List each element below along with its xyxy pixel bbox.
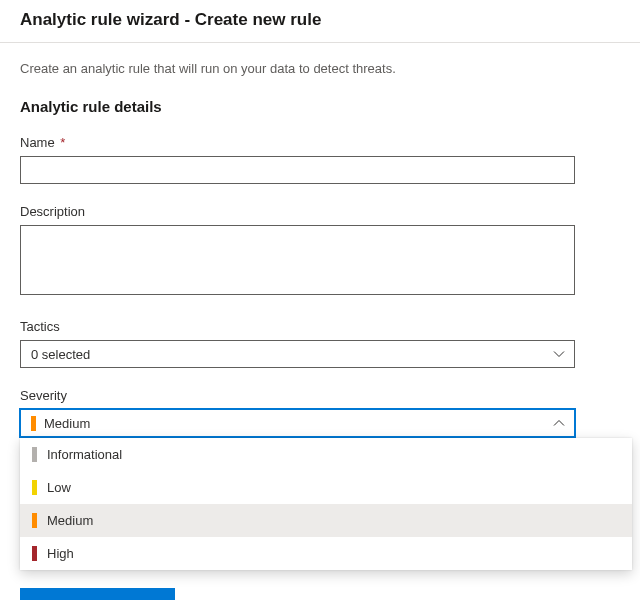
tactics-label: Tactics (20, 319, 620, 334)
description-field: Description (20, 204, 620, 299)
severity-option-medium[interactable]: Medium (20, 504, 632, 537)
name-label: Name * (20, 135, 620, 150)
severity-bar-icon (32, 513, 37, 528)
severity-option-label: High (47, 546, 74, 561)
tactics-field: Tactics 0 selected (20, 319, 620, 368)
severity-bar-icon (31, 416, 36, 431)
chevron-up-icon (552, 416, 566, 430)
description-label: Description (20, 204, 620, 219)
chevron-down-icon (552, 347, 566, 361)
severity-option-informational[interactable]: Informational (20, 438, 632, 471)
severity-option-low[interactable]: Low (20, 471, 632, 504)
severity-bar-icon (32, 546, 37, 561)
page-title: Analytic rule wizard - Create new rule (20, 10, 620, 30)
severity-select[interactable]: Medium Informational Low Medium (20, 409, 575, 437)
wizard-header: Analytic rule wizard - Create new rule (0, 0, 640, 43)
severity-selected-text: Medium (44, 416, 90, 431)
primary-button[interactable] (20, 588, 175, 600)
severity-label: Severity (20, 388, 620, 403)
severity-dropdown: Informational Low Medium High (20, 438, 632, 570)
section-title: Analytic rule details (20, 98, 620, 115)
severity-bar-icon (32, 480, 37, 495)
name-field: Name * (20, 135, 620, 184)
severity-option-label: Low (47, 480, 71, 495)
description-input[interactable] (20, 225, 575, 295)
severity-option-high[interactable]: High (20, 537, 632, 570)
severity-field: Severity Medium Informational Low (20, 388, 620, 437)
name-input[interactable] (20, 156, 575, 184)
tactics-select[interactable]: 0 selected (20, 340, 575, 368)
required-indicator: * (60, 135, 65, 150)
severity-bar-icon (32, 447, 37, 462)
intro-text: Create an analytic rule that will run on… (20, 61, 620, 76)
severity-option-label: Informational (47, 447, 122, 462)
wizard-content: Create an analytic rule that will run on… (0, 43, 640, 437)
name-label-text: Name (20, 135, 55, 150)
severity-option-label: Medium (47, 513, 93, 528)
severity-selected: Medium (31, 416, 90, 431)
tactics-selected-text: 0 selected (31, 347, 90, 362)
